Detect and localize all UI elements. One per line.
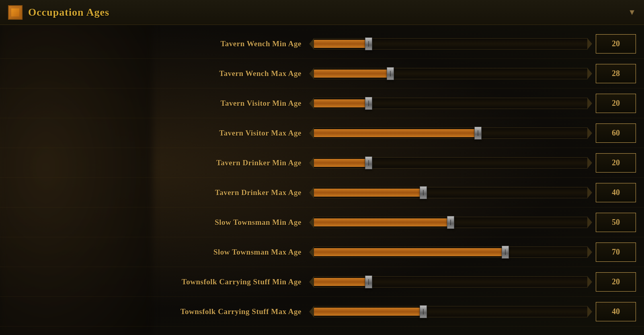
fill-slow-townsman-max [314, 248, 505, 256]
thumb-tavern-drinker-min[interactable] [365, 156, 372, 169]
slider-row-slow-townsman-max: Slow Townsman Max Age70 [0, 237, 644, 267]
track-container-tavern-wench-max [314, 66, 588, 81]
track-container-tavern-drinker-max [314, 185, 588, 200]
track-container-tavern-wench-min [314, 37, 588, 51]
fill-tavern-drinker-min [314, 159, 369, 167]
fill-tavern-drinker-max [314, 189, 423, 197]
value-box-tavern-visitor-max: 60 [596, 123, 636, 143]
track-container-tavern-visitor-max [314, 126, 588, 140]
value-box-tavern-wench-min: 20 [596, 34, 636, 53]
value-box-tavern-visitor-min: 20 [596, 94, 636, 113]
fill-tavern-visitor-max [314, 129, 478, 137]
track-townsfolk-carrying-min[interactable] [314, 276, 588, 288]
value-box-townsfolk-carrying-max: 40 [596, 302, 636, 321]
thumb-tavern-drinker-max[interactable] [420, 186, 427, 199]
fill-tavern-visitor-min [314, 99, 369, 107]
slider-row-tavern-visitor-max: Tavern Visitor Max Age60 [0, 118, 644, 148]
value-text-tavern-drinker-max: 40 [612, 188, 620, 197]
thumb-tavern-visitor-min[interactable] [365, 97, 372, 110]
fill-slow-townsman-min [314, 218, 451, 226]
label-slow-townsman-max: Slow Townsman Max Age [8, 248, 314, 257]
track-slow-townsman-min[interactable] [314, 217, 588, 228]
label-tavern-drinker-max: Tavern Drinker Max Age [8, 188, 314, 197]
track-tavern-drinker-min[interactable] [314, 157, 588, 169]
value-text-tavern-wench-min: 20 [612, 39, 620, 48]
value-box-slow-townsman-min: 50 [596, 213, 636, 232]
track-container-townsfolk-carrying-max [314, 304, 588, 319]
value-text-townsfolk-carrying-min: 20 [612, 277, 620, 286]
slider-row-tavern-wench-min: Tavern Wench Min Age20 [0, 29, 644, 59]
label-tavern-visitor-max: Tavern Visitor Max Age [8, 129, 314, 138]
track-townsfolk-carrying-max[interactable] [314, 306, 588, 317]
label-tavern-wench-max: Tavern Wench Max Age [8, 69, 314, 78]
slider-row-tavern-wench-max: Tavern Wench Max Age28 [0, 59, 644, 88]
track-slow-townsman-max[interactable] [314, 247, 588, 258]
label-townsfolk-carrying-min: Townsfolk Carrying Stuff Min Age [8, 277, 314, 286]
track-container-slow-townsman-min [314, 215, 588, 230]
label-slow-townsman-min: Slow Townsman Min Age [8, 218, 314, 227]
label-townsfolk-carrying-max: Townsfolk Carrying Stuff Max Age [8, 307, 314, 316]
value-text-townsfolk-carrying-max: 40 [612, 307, 620, 316]
track-tavern-drinker-max[interactable] [314, 187, 588, 198]
thumb-slow-townsman-min[interactable] [447, 216, 454, 229]
track-container-tavern-visitor-min [314, 96, 588, 111]
settings-list: Tavern Wench Min Age20Tavern Wench Max A… [0, 25, 644, 335]
value-box-slow-townsman-max: 70 [596, 243, 636, 262]
fill-townsfolk-carrying-max [314, 308, 423, 316]
value-text-tavern-visitor-min: 20 [612, 99, 620, 108]
thumb-townsfolk-carrying-min[interactable] [365, 275, 372, 288]
label-tavern-wench-min: Tavern Wench Min Age [8, 39, 314, 48]
panel-icon-inner [11, 8, 19, 16]
track-container-townsfolk-carrying-min [314, 275, 588, 289]
value-box-tavern-wench-max: 28 [596, 64, 636, 83]
thumb-tavern-wench-min[interactable] [365, 37, 372, 50]
value-text-tavern-wench-max: 28 [612, 69, 620, 78]
panel-header: Occupation Ages ▼ [0, 0, 644, 25]
fill-tavern-wench-min [314, 40, 369, 48]
thumb-townsfolk-carrying-max[interactable] [420, 305, 427, 318]
track-tavern-wench-max[interactable] [314, 68, 588, 79]
label-tavern-visitor-min: Tavern Visitor Min Age [8, 99, 314, 108]
value-text-slow-townsman-min: 50 [612, 218, 620, 227]
value-box-tavern-drinker-max: 40 [596, 183, 636, 202]
track-container-slow-townsman-max [314, 245, 588, 259]
fill-townsfolk-carrying-min [314, 278, 369, 286]
slider-row-tavern-drinker-min: Tavern Drinker Min Age20 [0, 148, 644, 178]
collapse-arrow-icon[interactable]: ▼ [628, 8, 636, 17]
track-tavern-visitor-max[interactable] [314, 127, 588, 139]
track-container-tavern-drinker-min [314, 156, 588, 170]
slider-row-tavern-drinker-max: Tavern Drinker Max Age40 [0, 178, 644, 208]
thumb-tavern-wench-max[interactable] [387, 67, 394, 80]
thumb-tavern-visitor-max[interactable] [474, 127, 482, 140]
track-tavern-visitor-min[interactable] [314, 98, 588, 109]
panel-title: Occupation Ages [28, 6, 109, 18]
main-container: Occupation Ages ▼ Tavern Wench Min Age20… [0, 0, 644, 335]
slider-row-slow-townsman-min: Slow Townsman Min Age50 [0, 208, 644, 237]
label-tavern-drinker-min: Tavern Drinker Min Age [8, 158, 314, 167]
track-tavern-wench-min[interactable] [314, 38, 588, 49]
value-box-townsfolk-carrying-min: 20 [596, 272, 636, 292]
value-text-slow-townsman-max: 70 [612, 247, 620, 257]
value-text-tavern-drinker-min: 20 [612, 158, 620, 167]
panel-icon [8, 5, 23, 20]
value-box-tavern-drinker-min: 20 [596, 153, 636, 173]
thumb-slow-townsman-max[interactable] [502, 246, 509, 259]
slider-row-townsfolk-carrying-min: Townsfolk Carrying Stuff Min Age20 [0, 267, 644, 297]
fill-tavern-wench-max [314, 70, 390, 78]
slider-row-townsfolk-carrying-max: Townsfolk Carrying Stuff Max Age40 [0, 297, 644, 327]
slider-row-tavern-visitor-min: Tavern Visitor Min Age20 [0, 88, 644, 118]
value-text-tavern-visitor-max: 60 [612, 128, 620, 138]
header-left: Occupation Ages [8, 5, 109, 20]
